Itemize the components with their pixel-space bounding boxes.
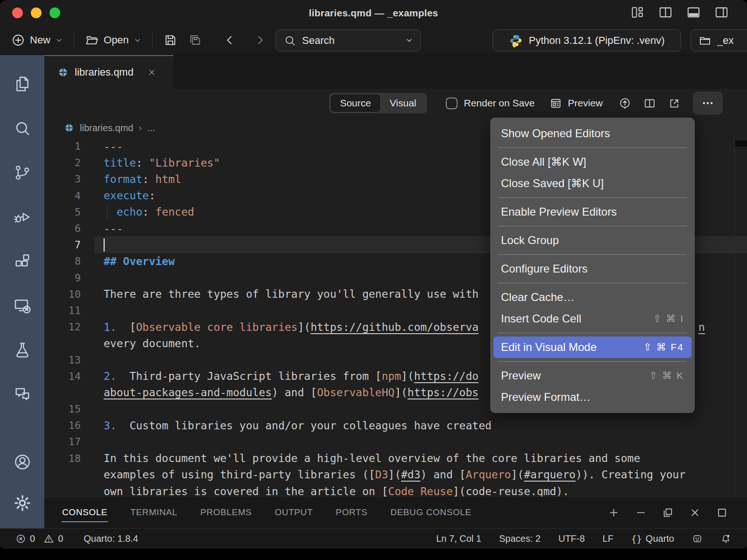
problems-status[interactable]: 0 0 (15, 533, 63, 544)
menu-item-configure-editors[interactable]: Configure Editors (490, 258, 695, 280)
split-editor-icon[interactable] (658, 5, 673, 20)
menu-item-show-opened-editors[interactable]: Show Opened Editors (490, 123, 695, 144)
code-token: ](code-reuse.qmd). (453, 485, 569, 497)
search-icon[interactable] (13, 119, 32, 138)
menu-item-lock-group[interactable]: Lock Group (490, 230, 695, 251)
save-icon[interactable] (163, 33, 177, 47)
line-number: 6 (44, 223, 81, 234)
panel-tab-terminal[interactable]: TERMINAL (130, 504, 178, 522)
new-button[interactable]: New (11, 33, 63, 47)
panel-tab-output[interactable]: OUTPUT (274, 504, 313, 522)
menu-item-insert-code-cell[interactable]: Insert Code Cell⇧ ⌘ I (490, 308, 695, 329)
save-all-icon[interactable] (188, 33, 202, 47)
extensions-icon[interactable] (13, 252, 32, 271)
panel-tab-problems[interactable]: PROBLEMS (200, 504, 252, 522)
panel-bottom-icon[interactable] (686, 5, 701, 20)
publish-icon[interactable] (619, 97, 631, 110)
panel-minus-icon[interactable] (634, 506, 647, 519)
code-line[interactable]: 18In this document we'll provide a high-… (44, 450, 747, 467)
menu-item-enable-preview-editors[interactable]: Enable Preview Editors (490, 201, 695, 223)
run-debug-icon[interactable] (13, 208, 32, 226)
code-token: echo (117, 206, 142, 218)
close-tab-icon[interactable] (147, 68, 156, 77)
code-line-text[interactable]: In this document we'll provide a high-le… (104, 450, 747, 467)
notifications-bell-icon[interactable] (720, 533, 731, 544)
code-token: ObservableHQ (317, 386, 395, 399)
render-on-save-checkbox[interactable] (446, 98, 458, 109)
code-token: about-packages-and-modules (104, 386, 272, 399)
panel-maximize-icon[interactable] (716, 506, 728, 519)
code-line[interactable]: own libraries is covered in the article … (44, 483, 747, 497)
panel-restore-icon[interactable] (662, 506, 674, 519)
open-button[interactable]: Open (85, 33, 141, 47)
more-actions-button[interactable] (693, 91, 723, 115)
breadcrumb-more[interactable]: ... (147, 123, 155, 133)
line-number: 13 (44, 354, 81, 366)
code-token: Custom libraries you and/or your colleag… (117, 420, 492, 432)
menu-item-preview[interactable]: Preview⇧ ⌘ K (490, 365, 695, 386)
split-editor-icon[interactable] (643, 97, 656, 110)
scrollbar-thumb[interactable] (735, 140, 747, 147)
preview-doc-icon (550, 97, 562, 110)
settings-icon[interactable] (13, 494, 32, 512)
tab-strip: libraries.qmd (44, 55, 747, 89)
language-mode-status[interactable]: {} Quarto (631, 533, 674, 544)
search-input[interactable]: Search (275, 29, 421, 51)
account-icon[interactable] (13, 453, 32, 471)
code-token: 3. (104, 420, 117, 432)
chevron-down-icon (55, 36, 63, 44)
forward-icon[interactable] (254, 34, 267, 47)
quarto-version-status[interactable]: Quarto: 1.8.4 (84, 533, 138, 544)
comments-icon[interactable] (13, 385, 32, 404)
source-control-icon[interactable] (13, 163, 32, 182)
menu-item-clear-cache[interactable]: Clear Cache… (490, 287, 695, 308)
code-token: ## Overview (104, 255, 175, 267)
project-button[interactable]: _ex (691, 29, 747, 51)
code-line[interactable]: examples of using third-party libraries … (44, 467, 747, 483)
code-line-text[interactable]: 3. Custom libraries you and/or your coll… (104, 417, 747, 434)
feedback-smiley-icon[interactable] (692, 533, 703, 544)
panel-close-icon[interactable] (689, 506, 701, 519)
explorer-icon[interactable] (13, 75, 32, 93)
line-number: 10 (44, 288, 81, 300)
open-in-window-icon[interactable] (668, 97, 681, 110)
editor-scrollbar[interactable] (734, 138, 747, 497)
code-line[interactable]: 163. Custom libraries you and/or your co… (44, 417, 747, 434)
eol-status[interactable]: LF (603, 533, 613, 544)
line-number: 16 (44, 420, 81, 431)
interpreter-selector[interactable]: Python 3.12.1 (PipEnv: .venv) (493, 29, 681, 51)
menu-item-edit-in-visual-mode[interactable]: Edit in Visual Mode⇧ ⌘ F4 (493, 336, 691, 358)
code-line-text[interactable]: own libraries is covered in the article … (104, 483, 747, 497)
sidebar-right-icon[interactable] (714, 5, 729, 20)
indentation-status[interactable]: Spaces: 2 (499, 533, 541, 544)
panel-tab-ports[interactable]: PORTS (335, 504, 368, 522)
tab-libraries-qmd[interactable]: libraries.qmd (44, 55, 173, 89)
testing-icon[interactable] (13, 341, 32, 359)
error-count: 0 (30, 533, 35, 544)
code-line-text[interactable] (104, 434, 747, 450)
code-line[interactable]: 17 (44, 434, 747, 450)
menu-item-close-saved-k-u[interactable]: Close Saved [⌘K U] (490, 173, 695, 194)
code-token: https://obs (408, 386, 479, 399)
layout-customize-icon[interactable] (630, 5, 645, 20)
menu-item-label: Preview Format… (501, 391, 591, 404)
menu-item-close-all-k-w[interactable]: Close All [⌘K W] (490, 151, 695, 173)
source-mode-button[interactable]: Source (331, 94, 381, 112)
menu-item-preview-format[interactable]: Preview Format… (490, 386, 695, 408)
code-token: ]( (297, 321, 310, 333)
code-line-text[interactable]: examples of using third-party libraries … (104, 467, 747, 483)
code-token: every document. (104, 337, 201, 350)
cursor-position-status[interactable]: Ln 7, Col 1 (436, 533, 481, 544)
panel-plus-icon[interactable] (607, 506, 620, 519)
code-token: execute (104, 189, 149, 202)
menu-item-label: Enable Preview Editors (501, 205, 617, 218)
encoding-status[interactable]: UTF-8 (558, 533, 585, 544)
preview-button[interactable]: Preview (568, 98, 603, 109)
panel-tab-console[interactable]: CONSOLE (62, 504, 108, 522)
breadcrumb-file[interactable]: libraries.qmd (80, 123, 133, 133)
code-token: 1. (104, 321, 117, 333)
back-icon[interactable] (223, 34, 236, 47)
remote-icon[interactable] (13, 296, 32, 315)
panel-tab-debug-console[interactable]: DEBUG CONSOLE (390, 504, 472, 522)
visual-mode-button[interactable]: Visual (381, 94, 426, 112)
